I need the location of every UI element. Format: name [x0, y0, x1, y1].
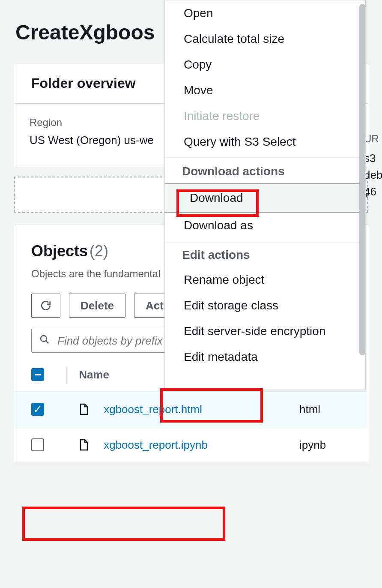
- row-checkbox[interactable]: [31, 438, 44, 451]
- refresh-button[interactable]: [31, 294, 60, 318]
- menu-rename-object[interactable]: Rename object: [165, 267, 365, 293]
- search-icon: [39, 334, 50, 348]
- actions-dropdown: Open Calculate total size Copy Move Init…: [164, 0, 366, 390]
- delete-button-label: Delete: [81, 299, 114, 312]
- svg-point-0: [41, 336, 47, 342]
- row-checkbox[interactable]: ✓: [31, 403, 44, 416]
- menu-download-as[interactable]: Download as: [165, 213, 365, 238]
- menu-edit-metadata[interactable]: Edit metadata: [165, 344, 365, 370]
- menu-group-download: Download actions: [165, 157, 365, 183]
- objects-count: (2): [90, 242, 108, 260]
- annotation-highlight: [22, 507, 225, 541]
- objects-title: Objects: [31, 242, 88, 260]
- refresh-icon: [40, 300, 51, 311]
- menu-open[interactable]: Open: [165, 0, 365, 26]
- svg-line-1: [46, 341, 48, 343]
- object-type: ipynb: [299, 438, 368, 452]
- menu-initiate-restore: Initiate restore: [165, 103, 365, 129]
- object-type: html: [299, 403, 368, 416]
- dropdown-scrollbar[interactable]: [359, 4, 365, 355]
- object-name-link[interactable]: xgboost_report.html: [104, 403, 202, 416]
- delete-button[interactable]: Delete: [69, 294, 125, 318]
- menu-download[interactable]: Download: [165, 183, 365, 213]
- objects-subtext: Objects are the fundamental: [31, 268, 161, 279]
- s3-uri-block: UR s3 deb 46: [364, 133, 382, 200]
- table-row[interactable]: xgboost_report.ipynb ipynb: [14, 427, 368, 463]
- menu-move[interactable]: Move: [165, 78, 365, 103]
- menu-group-edit: Edit actions: [165, 241, 365, 267]
- menu-copy[interactable]: Copy: [165, 52, 365, 78]
- s3-uri-value[interactable]: s3 deb 46: [364, 150, 382, 200]
- file-icon: [79, 403, 89, 415]
- table-row[interactable]: ✓ xgboost_report.html html: [14, 392, 368, 427]
- menu-calculate-total-size[interactable]: Calculate total size: [165, 26, 365, 52]
- object-name-link[interactable]: xgboost_report.ipynb: [104, 438, 208, 452]
- menu-query-s3-select[interactable]: Query with S3 Select: [165, 129, 365, 155]
- select-all-checkbox[interactable]: [31, 368, 44, 381]
- s3-uri-label: UR: [364, 133, 382, 145]
- menu-edit-storage-class[interactable]: Edit storage class: [165, 293, 365, 318]
- menu-edit-sse[interactable]: Edit server-side encryption: [165, 318, 365, 344]
- file-icon: [79, 439, 89, 451]
